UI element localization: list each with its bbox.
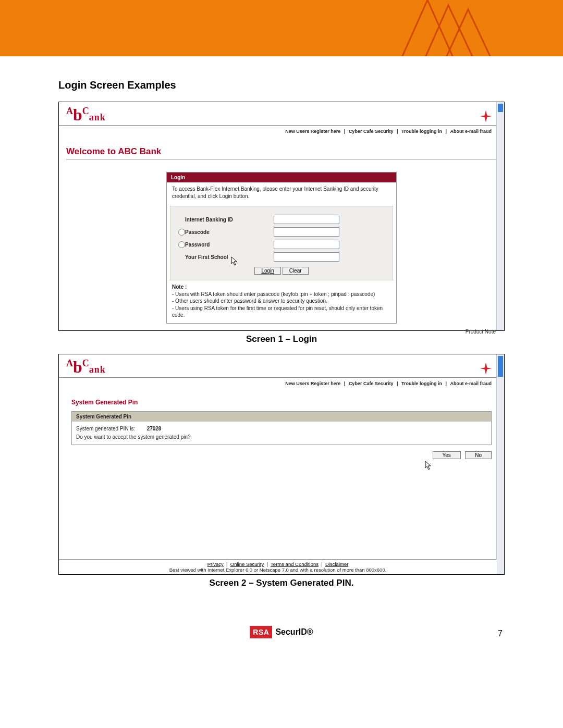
page-header-band — [0, 0, 563, 56]
top-links: New Users Register here | Cyber Cafe Sec… — [59, 125, 504, 146]
star-icon — [479, 109, 493, 123]
label-passcode: Passcode — [185, 229, 274, 235]
scrollbar[interactable] — [496, 354, 504, 574]
link-new-users[interactable]: New Users Register here — [283, 381, 342, 386]
label-password: Password — [185, 242, 274, 248]
link-trouble[interactable]: Trouble logging in — [399, 129, 444, 134]
link-terms[interactable]: Terms and Conditions — [271, 561, 319, 567]
system-pin-title: System Generated Pin — [71, 399, 492, 411]
caption-2: Screen 2 – System Generated PIN. — [58, 578, 505, 588]
link-security[interactable]: Online Security — [230, 561, 264, 567]
cursor-icon — [425, 461, 432, 471]
abc-bank-logo: AbCank — [66, 106, 106, 123]
login-blurb: To access Bank-Flex Internet Banking, pl… — [167, 182, 396, 203]
section-title: Login Screen Examples — [58, 79, 505, 91]
scrollbar[interactable] — [496, 102, 504, 330]
radio-passcode[interactable] — [178, 229, 185, 236]
top-links: New Users Register here | Cyber Cafe Sec… — [59, 377, 504, 399]
link-email-fraud[interactable]: About e-mail fraud — [448, 129, 494, 134]
input-password[interactable] — [274, 240, 339, 249]
abc-bank-logo: AbCank — [66, 359, 106, 375]
radio-password[interactable] — [178, 241, 185, 248]
star-icon — [479, 362, 493, 375]
link-trouble[interactable]: Trouble logging in — [399, 381, 444, 386]
clear-button[interactable]: Clear — [283, 267, 309, 275]
login-notes: Note : - Users with RSA token should ent… — [167, 283, 396, 323]
link-cyber-cafe[interactable]: Cyber Cafe Security — [347, 381, 396, 386]
header-mountain-graphic — [391, 0, 495, 56]
input-ibid[interactable] — [274, 215, 339, 224]
link-privacy[interactable]: Privacy — [207, 561, 224, 567]
product-note-link[interactable]: Product Note — [59, 328, 504, 355]
link-email-fraud[interactable]: About e-mail fraud — [448, 381, 494, 386]
no-button[interactable]: No — [465, 451, 492, 459]
link-new-users[interactable]: New Users Register here — [283, 129, 342, 134]
system-pin-text2: Do you want to accept the system generat… — [76, 434, 191, 440]
login-panel: Login To access Bank-Flex Internet Banki… — [166, 172, 397, 324]
system-pin-text1: System generated PIN is: — [76, 426, 135, 431]
link-disclaimer[interactable]: Disclaimer — [325, 561, 348, 567]
welcome-heading: Welcome to ABC Bank — [59, 146, 504, 159]
divider — [66, 159, 497, 159]
input-passcode[interactable] — [274, 227, 339, 237]
system-pin-header: System Generated Pin — [72, 412, 491, 422]
page-number: 7 — [498, 629, 503, 638]
label-ibid: Internet Banking ID — [185, 217, 274, 223]
label-school: Your First School — [185, 254, 274, 260]
system-pin-panel: System Generated Pin System generated PI… — [71, 411, 492, 445]
link-cyber-cafe[interactable]: Cyber Cafe Security — [347, 129, 396, 134]
system-pin-value: 27028 — [147, 426, 162, 431]
page-footer-links: Privacy | Online Security | Terms and Co… — [59, 559, 497, 574]
login-panel-header: Login — [167, 172, 396, 182]
login-button[interactable]: Login — [254, 267, 280, 275]
yes-button[interactable]: Yes — [433, 451, 461, 459]
input-school[interactable] — [274, 252, 339, 262]
rsa-securid-logo: RSA SecurID® — [250, 626, 313, 638]
screenshot-pin: AbCank New Users Register here | Cyber C… — [58, 354, 505, 575]
screenshot-login: AbCank New Users Register here | Cyber C… — [58, 102, 505, 331]
